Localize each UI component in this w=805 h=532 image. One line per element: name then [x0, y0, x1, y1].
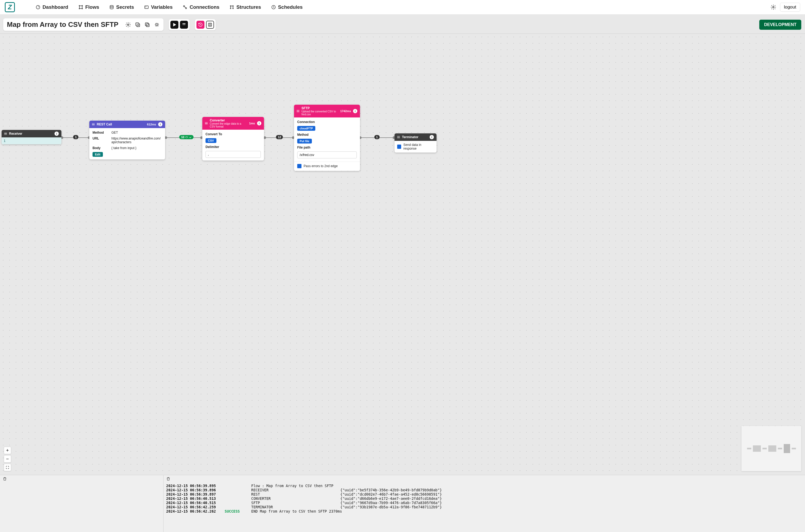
- zoom-out-button[interactable]: −: [4, 455, 11, 463]
- info-icon[interactable]: i: [55, 132, 59, 136]
- connection-value[interactable]: cloudFTP: [297, 126, 315, 131]
- node-header[interactable]: Receiver i: [2, 130, 61, 137]
- separator: [294, 162, 360, 162]
- log-row: 2024-12-15 06:56:39.895Flow : Map from A…: [166, 483, 802, 488]
- bottom-left-panel: [0, 475, 164, 532]
- node-header[interactable]: SFTP Upload the converted CSV to fred.cs…: [294, 105, 360, 117]
- info-icon[interactable]: i: [430, 135, 434, 139]
- edge-3[interactable]: 12: [264, 137, 294, 138]
- nav-label: Variables: [151, 4, 172, 10]
- error-checkbox-row[interactable]: Pass errors to 2nd edge: [294, 163, 360, 171]
- svg-point-9: [230, 5, 231, 6]
- field-label: Delimiter: [206, 145, 261, 149]
- debug-icon[interactable]: [154, 22, 160, 27]
- nav-structures[interactable]: Structures: [229, 4, 261, 10]
- log-row: 2024-12-15 06:56:40.513CONVERTER{"uuid":…: [166, 496, 802, 501]
- svg-point-2: [81, 5, 82, 6]
- node-terminator[interactable]: Terminator i Send data in response: [394, 133, 436, 153]
- settings-icon[interactable]: [770, 4, 776, 10]
- minimap-node: [763, 448, 767, 449]
- checkbox[interactable]: [297, 164, 301, 168]
- nav-label: Dashboard: [42, 4, 68, 10]
- filepath-input[interactable]: [297, 151, 357, 158]
- secret-icon: [109, 5, 114, 10]
- app-logo[interactable]: [5, 2, 15, 12]
- node-header[interactable]: REST Call 612ms i: [89, 121, 165, 128]
- node-header[interactable]: Terminator i: [394, 133, 436, 141]
- convert-to-value[interactable]: CSV: [206, 138, 217, 143]
- log-row: 2024-12-15 06:56:39.897REST{"uuid":"dcd0…: [166, 492, 802, 496]
- history-icon: [198, 22, 203, 27]
- nav-secrets[interactable]: Secrets: [109, 4, 134, 10]
- edge-4[interactable]: 1: [359, 137, 395, 138]
- nav-flows[interactable]: Flows: [78, 4, 99, 10]
- field-value: https://www.anapioficeandfire.com/api/ch…: [111, 137, 162, 144]
- field-label: Method: [297, 133, 357, 137]
- node-subtitle: Convert the edge data to a CSV format: [210, 122, 247, 128]
- svg-rect-6: [145, 6, 148, 9]
- minimap[interactable]: [742, 426, 801, 471]
- edit-button[interactable]: Edit: [93, 152, 103, 157]
- svg-rect-17: [147, 24, 149, 26]
- info-icon[interactable]: i: [257, 121, 261, 126]
- zoom-fit-button[interactable]: [4, 464, 11, 471]
- info-icon[interactable]: i: [158, 122, 163, 127]
- fit-icon: [5, 466, 9, 469]
- variable-icon: [144, 5, 149, 10]
- node-title: Receiver: [9, 132, 52, 135]
- step-button[interactable]: [180, 21, 188, 29]
- zoom-in-button[interactable]: +: [4, 447, 11, 454]
- field-label: Method: [93, 131, 107, 134]
- trash-icon[interactable]: [166, 477, 170, 481]
- node-receiver[interactable]: Receiver i 1: [2, 130, 61, 144]
- field-value: GET: [111, 131, 162, 134]
- grip-icon: [297, 110, 299, 112]
- play-icon: [172, 22, 177, 27]
- trash-icon[interactable]: [3, 477, 7, 481]
- minimap-node: [778, 448, 782, 449]
- canvas-grid: [0, 34, 805, 475]
- node-timing: 1742ms: [340, 110, 351, 113]
- history-controls: [195, 19, 216, 30]
- edge-badge: 10: [179, 135, 193, 139]
- log-row: 2024-12-15 06:56:40.515SFTP{"uuid":"9667…: [166, 501, 802, 505]
- nav-dashboard[interactable]: Dashboard: [36, 4, 68, 10]
- node-sftp[interactable]: SFTP Upload the converted CSV to fred.cs…: [294, 105, 360, 171]
- grip-icon: [397, 136, 400, 138]
- node-header[interactable]: Converter Convert the edge data to a CSV…: [202, 117, 264, 130]
- delimiter-input[interactable]: [206, 151, 261, 158]
- node-converter[interactable]: Converter Convert the edge data to a CSV…: [202, 117, 264, 160]
- log-row: 2024-12-15 06:56:39.896RECEIVER{"uuid":"…: [166, 488, 802, 492]
- svg-point-5: [110, 5, 113, 7]
- svg-point-4: [81, 8, 82, 9]
- field-label: URL: [93, 137, 107, 144]
- method-value[interactable]: Put file: [297, 139, 312, 144]
- nav-schedules[interactable]: Schedules: [271, 4, 303, 10]
- log-row: 2024-12-15 06:56:42.259TERMINATOR{"uuid"…: [166, 505, 802, 509]
- log-panel: 2024-12-15 06:56:39.895Flow : Map from A…: [164, 475, 805, 532]
- node-rest[interactable]: REST Call 612ms i MethodGET URLhttps://w…: [89, 121, 165, 159]
- edge-1[interactable]: 1: [61, 137, 90, 138]
- svg-point-21: [185, 23, 185, 24]
- info-icon[interactable]: i: [353, 109, 357, 113]
- node-timing: 612ms: [147, 123, 156, 126]
- flow-icon: [78, 5, 83, 10]
- node-body: Convert To CSV Delimiter: [202, 130, 264, 160]
- flow-title-actions: [125, 22, 160, 27]
- nav-label: Connections: [190, 4, 219, 10]
- copy-icon[interactable]: [144, 22, 150, 27]
- history-button[interactable]: [196, 21, 204, 29]
- edge-2[interactable]: 10: [165, 137, 202, 138]
- settings-icon[interactable]: [125, 22, 131, 27]
- minimap-node: [747, 448, 751, 449]
- nav-connections[interactable]: Connections: [183, 4, 219, 10]
- save-button[interactable]: [206, 21, 214, 29]
- checkbox-label: Send data in response: [403, 143, 434, 150]
- canvas[interactable]: 1 10 12 1 Receiver i 1 REST Call 612ms i: [0, 34, 805, 475]
- play-button[interactable]: [170, 21, 179, 29]
- duplicate-icon[interactable]: [135, 22, 141, 27]
- checkbox[interactable]: [397, 145, 401, 149]
- nav-variables[interactable]: Variables: [144, 4, 172, 10]
- svg-point-15: [128, 24, 129, 25]
- logout-button[interactable]: logout: [780, 3, 800, 12]
